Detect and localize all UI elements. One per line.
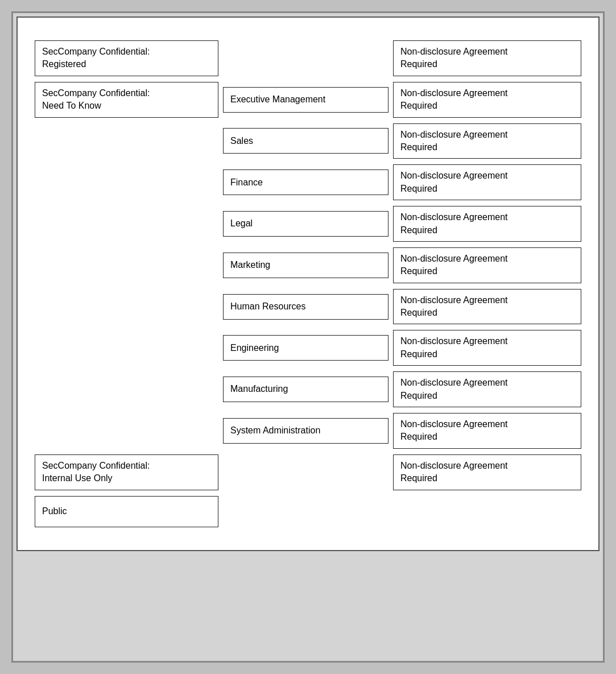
middle-label-row4: Finance <box>230 176 263 189</box>
left-label-row1: SecCompany Confidential: Registered <box>42 46 150 71</box>
middle-cell-row11 <box>223 454 393 490</box>
table-row: SecCompany Confidential: Internal Use On… <box>35 454 581 490</box>
left-cell-row7 <box>35 289 223 325</box>
middle-label-row5: Legal <box>230 217 253 230</box>
left-cell-row4 <box>35 164 223 200</box>
left-cell-row6 <box>35 247 223 283</box>
right-label-row8: Non-disclosure Agreement Required <box>400 335 508 361</box>
middle-cell-row8: Engineering <box>223 330 393 366</box>
right-box-row8: Non-disclosure Agreement Required <box>393 330 581 366</box>
main-layout-table: SecCompany Confidential: RegisteredNon-d… <box>35 35 581 533</box>
table-row: ManufacturingNon-disclosure Agreement Re… <box>35 371 581 407</box>
right-box-row3: Non-disclosure Agreement Required <box>393 123 581 159</box>
right-cell-row5: Non-disclosure Agreement Required <box>393 206 581 242</box>
right-label-row1: Non-disclosure Agreement Required <box>400 46 508 71</box>
middle-label-row3: Sales <box>230 135 253 147</box>
table-row: SecCompany Confidential: Need To KnowExe… <box>35 82 581 118</box>
middle-box-row6: Marketing <box>223 253 388 278</box>
table-row: Human ResourcesNon-disclosure Agreement … <box>35 289 581 325</box>
middle-box-row9: Manufacturing <box>223 377 388 402</box>
left-cell-row5 <box>35 206 223 242</box>
middle-cell-row10: System Administration <box>223 413 393 449</box>
right-box-row4: Non-disclosure Agreement Required <box>393 164 581 200</box>
right-label-row4: Non-disclosure Agreement Required <box>400 169 508 195</box>
middle-box-row4: Finance <box>223 169 388 195</box>
right-cell-row10: Non-disclosure Agreement Required <box>393 413 581 449</box>
left-cell-row8 <box>35 330 223 366</box>
middle-label-row2: Executive Management <box>230 93 325 106</box>
right-cell-row2: Non-disclosure Agreement Required <box>393 82 581 118</box>
middle-box-row5: Legal <box>223 211 388 237</box>
middle-cell-row4: Finance <box>223 164 393 200</box>
table-row: System AdministrationNon-disclosure Agre… <box>35 413 581 449</box>
right-cell-row1: Non-disclosure Agreement Required <box>393 40 581 76</box>
left-cell-row2: SecCompany Confidential: Need To Know <box>35 82 223 118</box>
middle-label-row10: System Administration <box>230 424 320 437</box>
left-label-row2: SecCompany Confidential: Need To Know <box>42 87 150 113</box>
left-cell-row10 <box>35 413 223 449</box>
left-box-row12: Public <box>35 496 218 527</box>
table-row: Public <box>35 496 581 527</box>
right-label-row3: Non-disclosure Agreement Required <box>400 129 508 154</box>
middle-cell-row6: Marketing <box>223 247 393 283</box>
right-label-row6: Non-disclosure Agreement Required <box>400 253 508 278</box>
middle-cell-row5: Legal <box>223 206 393 242</box>
right-label-row7: Non-disclosure Agreement Required <box>400 294 508 320</box>
middle-cell-row12 <box>223 496 393 527</box>
middle-box-row2: Executive Management <box>223 87 388 113</box>
left-cell-row3 <box>35 123 223 159</box>
middle-box-row8: Engineering <box>223 335 388 361</box>
right-label-row9: Non-disclosure Agreement Required <box>400 377 508 402</box>
middle-label-row8: Engineering <box>230 342 279 354</box>
middle-cell-row7: Human Resources <box>223 289 393 325</box>
left-label-row12: Public <box>42 505 67 518</box>
table-row: EngineeringNon-disclosure Agreement Requ… <box>35 330 581 366</box>
table-row: MarketingNon-disclosure Agreement Requir… <box>35 247 581 283</box>
table-row: SecCompany Confidential: RegisteredNon-d… <box>35 40 581 76</box>
table-row: SalesNon-disclosure Agreement Required <box>35 123 581 159</box>
right-label-row10: Non-disclosure Agreement Required <box>400 418 508 444</box>
middle-cell-row2: Executive Management <box>223 82 393 118</box>
right-label-row11: Non-disclosure Agreement Required <box>400 460 508 485</box>
right-box-row9: Non-disclosure Agreement Required <box>393 371 581 407</box>
right-cell-row7: Non-disclosure Agreement Required <box>393 289 581 325</box>
right-cell-row9: Non-disclosure Agreement Required <box>393 371 581 407</box>
middle-label-row7: Human Resources <box>230 300 306 313</box>
right-label-row5: Non-disclosure Agreement Required <box>400 211 508 237</box>
right-box-row6: Non-disclosure Agreement Required <box>393 247 581 283</box>
right-cell-row6: Non-disclosure Agreement Required <box>393 247 581 283</box>
left-cell-row1: SecCompany Confidential: Registered <box>35 40 223 76</box>
table-row: LegalNon-disclosure Agreement Required <box>35 206 581 242</box>
middle-box-row7: Human Resources <box>223 294 388 320</box>
right-box-row5: Non-disclosure Agreement Required <box>393 206 581 242</box>
right-cell-row8: Non-disclosure Agreement Required <box>393 330 581 366</box>
middle-cell-row3: Sales <box>223 123 393 159</box>
left-cell-row11: SecCompany Confidential: Internal Use On… <box>35 454 223 490</box>
middle-label-row6: Marketing <box>230 259 270 271</box>
inner-frame: SecCompany Confidential: RegisteredNon-d… <box>16 16 600 551</box>
left-cell-row12: Public <box>35 496 223 527</box>
middle-cell-row9: Manufacturing <box>223 371 393 407</box>
right-box-row7: Non-disclosure Agreement Required <box>393 289 581 325</box>
left-cell-row9 <box>35 371 223 407</box>
outer-frame: SecCompany Confidential: RegisteredNon-d… <box>11 11 605 663</box>
table-row: FinanceNon-disclosure Agreement Required <box>35 164 581 200</box>
right-cell-row3: Non-disclosure Agreement Required <box>393 123 581 159</box>
right-box-row11: Non-disclosure Agreement Required <box>393 454 581 490</box>
middle-box-row3: Sales <box>223 128 388 154</box>
right-box-row10: Non-disclosure Agreement Required <box>393 413 581 449</box>
left-box-row2: SecCompany Confidential: Need To Know <box>35 82 218 118</box>
right-cell-row12 <box>393 496 581 527</box>
left-box-row1: SecCompany Confidential: Registered <box>35 40 218 76</box>
right-box-row1: Non-disclosure Agreement Required <box>393 40 581 76</box>
right-label-row2: Non-disclosure Agreement Required <box>400 87 508 113</box>
right-cell-row4: Non-disclosure Agreement Required <box>393 164 581 200</box>
left-box-row11: SecCompany Confidential: Internal Use On… <box>35 454 218 490</box>
middle-label-row9: Manufacturing <box>230 383 288 395</box>
right-box-row2: Non-disclosure Agreement Required <box>393 82 581 118</box>
right-cell-row11: Non-disclosure Agreement Required <box>393 454 581 490</box>
middle-cell-row1 <box>223 40 393 76</box>
left-label-row11: SecCompany Confidential: Internal Use On… <box>42 460 150 485</box>
middle-box-row10: System Administration <box>223 418 388 444</box>
